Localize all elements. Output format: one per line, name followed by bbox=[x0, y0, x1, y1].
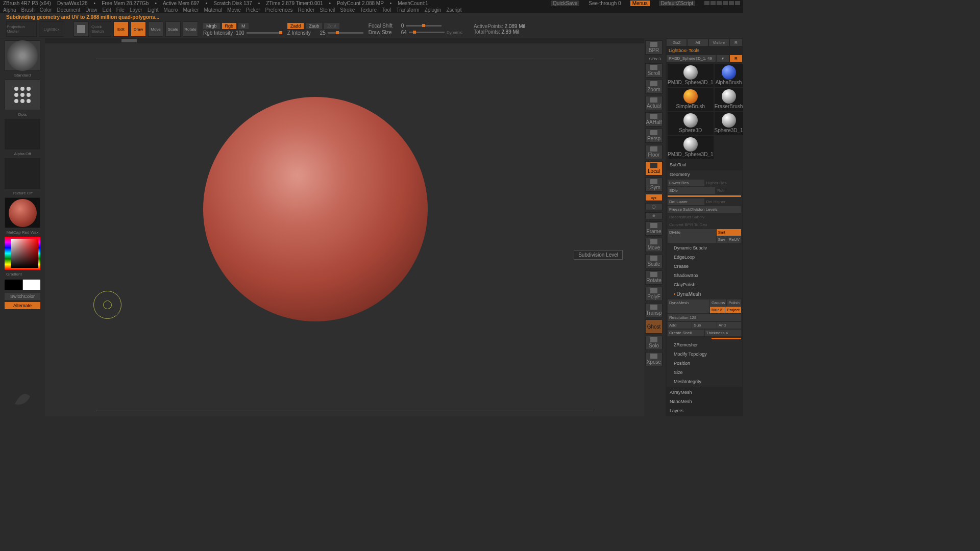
menu-zscript[interactable]: Zscript bbox=[446, 7, 461, 13]
geometry-header[interactable]: Geometry bbox=[667, 170, 742, 179]
window-controls[interactable] bbox=[704, 1, 740, 5]
freeze-subdiv-button[interactable]: Freeze SubDivision Levels bbox=[668, 206, 741, 213]
and-button[interactable]: And bbox=[717, 322, 741, 329]
claypolish-header[interactable]: ClayPolish bbox=[668, 281, 741, 289]
draw-size-slider[interactable] bbox=[409, 32, 445, 33]
menu-brush[interactable]: Brush bbox=[21, 7, 35, 13]
canvas-scrollbar[interactable] bbox=[45, 38, 644, 43]
edgeloop-header[interactable]: EdgeLoop bbox=[668, 253, 741, 261]
sdiv-slider-track[interactable] bbox=[668, 195, 741, 197]
projection-master-button[interactable]: Projection Master bbox=[6, 21, 37, 37]
z-intensity-slider[interactable] bbox=[328, 32, 363, 34]
goz-button[interactable]: GoZ bbox=[667, 39, 687, 46]
higher-res-button[interactable]: Higher Res bbox=[705, 180, 742, 186]
local-button[interactable]: Local bbox=[645, 161, 663, 176]
menu-texture[interactable]: Texture bbox=[360, 7, 377, 13]
gradient-label[interactable]: Gradient bbox=[2, 272, 43, 277]
tool-thumb[interactable]: Sphere3D_1 bbox=[715, 112, 743, 135]
menu-tool[interactable]: Tool bbox=[382, 7, 391, 13]
menu-macro[interactable]: Macro bbox=[164, 7, 178, 13]
persp-button[interactable]: Persp bbox=[645, 129, 663, 143]
menu-marker[interactable]: Marker bbox=[183, 7, 199, 13]
frame-button[interactable]: Frame bbox=[645, 221, 663, 236]
tool-thumb[interactable]: Sphere3D bbox=[668, 112, 714, 135]
default-script[interactable]: DefaultZScript bbox=[659, 1, 695, 6]
menu-zplugin[interactable]: Zplugin bbox=[425, 7, 442, 13]
color-picker[interactable] bbox=[5, 237, 40, 270]
menu-movie[interactable]: Movie bbox=[227, 7, 241, 13]
menu-alpha[interactable]: Alpha bbox=[3, 7, 16, 13]
menu-file[interactable]: File bbox=[116, 7, 125, 13]
modify-topology-header[interactable]: Modify Topology bbox=[668, 350, 741, 358]
menu-picker[interactable]: Picker bbox=[246, 7, 260, 13]
resolution-slider[interactable]: Resolution 128 bbox=[668, 314, 741, 321]
scroll-button[interactable]: Scroll bbox=[645, 63, 663, 78]
menu-material[interactable]: Material bbox=[204, 7, 223, 13]
draw-button[interactable]: Draw bbox=[131, 21, 146, 37]
rstr-button[interactable]: Rstr bbox=[716, 187, 741, 194]
xyz-button[interactable]: xyz bbox=[645, 194, 663, 201]
zcut-button[interactable]: Zcut bbox=[324, 23, 339, 29]
sdiv-slider[interactable]: SDiv bbox=[668, 187, 715, 194]
brush-selector[interactable] bbox=[5, 40, 40, 71]
tool-thumb[interactable]: PM3D_Sphere3D_1 bbox=[668, 136, 714, 159]
aahalf-button[interactable]: AAHalf bbox=[645, 112, 663, 127]
menu-stencil[interactable]: Stencil bbox=[320, 7, 335, 13]
quicksketch-button[interactable]: Quick Sketch bbox=[91, 21, 111, 37]
arraymesh-header[interactable]: ArrayMesh bbox=[667, 388, 742, 396]
fibermesh-header[interactable]: FiberMesh bbox=[667, 416, 742, 416]
mrgb-button[interactable]: Mrgb bbox=[203, 23, 220, 29]
rgb-button[interactable]: Rgb bbox=[222, 23, 237, 29]
menu-layer[interactable]: Layer bbox=[130, 7, 142, 13]
quicksave-button[interactable]: QuickSave bbox=[551, 1, 579, 6]
menu-transform[interactable]: Transform bbox=[396, 7, 419, 13]
thickness-slider[interactable]: Thickness 4 bbox=[705, 330, 742, 336]
project-button[interactable]: Project bbox=[725, 307, 741, 313]
alpha-selector[interactable] bbox=[5, 119, 40, 149]
tool-thumb[interactable]: PM3D_Sphere3D_1 bbox=[668, 64, 714, 87]
focal-shift-slider[interactable] bbox=[406, 25, 442, 27]
actual-button[interactable]: Actual bbox=[645, 96, 663, 110]
scale-button[interactable]: Scale bbox=[165, 21, 181, 37]
dynamesh-button[interactable]: DynaMesh bbox=[668, 299, 709, 313]
add-button[interactable]: Add bbox=[668, 322, 692, 329]
zremesher-header[interactable]: ZRemesher bbox=[668, 341, 741, 349]
lightbox-button[interactable]: LightBox bbox=[39, 21, 64, 37]
convert-bpr-button[interactable]: Convert BPR To Geo bbox=[668, 221, 741, 228]
menus-button[interactable]: Menus bbox=[630, 1, 650, 6]
layers-header[interactable]: Layers bbox=[667, 407, 742, 415]
smt-button[interactable]: Smt bbox=[717, 229, 741, 236]
menu-edit[interactable]: Edit bbox=[103, 7, 111, 13]
meshintegrity-header[interactable]: MeshIntegrity bbox=[668, 378, 741, 386]
create-shell-button[interactable]: Create Shell bbox=[668, 330, 704, 336]
floor-button[interactable]: Floor bbox=[645, 145, 663, 159]
quicksketch-icon[interactable] bbox=[74, 21, 89, 37]
menu-document[interactable]: Document bbox=[57, 7, 81, 13]
texture-selector[interactable] bbox=[5, 158, 40, 189]
polish-button[interactable]: Polish bbox=[727, 299, 741, 306]
groups-button[interactable]: Groups bbox=[710, 299, 726, 306]
edit-button[interactable]: Edit bbox=[113, 21, 129, 37]
del-higher-button[interactable]: Del Higher bbox=[705, 198, 742, 205]
reuv-button[interactable]: ReUV bbox=[727, 236, 741, 243]
suv-button[interactable]: Suv bbox=[717, 236, 727, 243]
target-icon[interactable]: ⊕ bbox=[645, 212, 663, 219]
sub-button[interactable]: Sub bbox=[692, 322, 716, 329]
zsub-button[interactable]: Zsub bbox=[306, 23, 322, 29]
switch-color-button[interactable]: SwitchColor bbox=[5, 293, 40, 300]
goz-r-button[interactable]: R bbox=[730, 39, 742, 46]
alternate-button[interactable]: Alternate bbox=[5, 302, 40, 309]
menu-stroke[interactable]: Stroke bbox=[340, 7, 355, 13]
move-button[interactable]: Move bbox=[148, 21, 163, 37]
thickness-slider-track[interactable] bbox=[712, 338, 741, 339]
rotate-nav-button[interactable]: Rotate bbox=[645, 270, 663, 285]
tool-r-button[interactable]: R bbox=[730, 55, 742, 62]
stroke-selector[interactable] bbox=[5, 80, 40, 110]
nanomesh-header[interactable]: NanoMesh bbox=[667, 397, 742, 406]
rotate-button[interactable]: Rotate bbox=[183, 21, 198, 37]
menu-color[interactable]: Color bbox=[40, 7, 52, 13]
current-tool[interactable]: PM3D_Sphere3D_1. 49 bbox=[667, 55, 716, 62]
swatch-primary[interactable] bbox=[23, 280, 40, 290]
seethrough-slider[interactable]: See-through 0 bbox=[589, 1, 621, 6]
move-nav-button[interactable]: Move bbox=[645, 238, 663, 252]
